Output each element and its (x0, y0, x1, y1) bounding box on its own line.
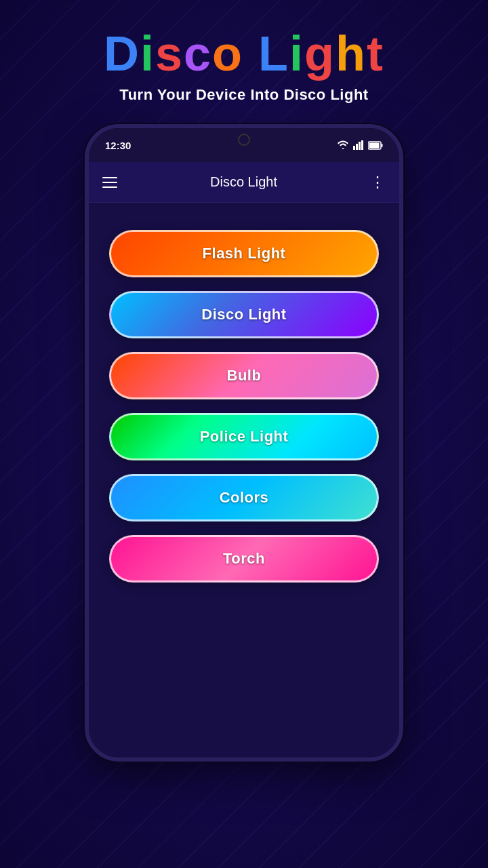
status-time: 12:30 (105, 140, 131, 151)
hamburger-line-3 (102, 186, 117, 188)
torch-label: Torch (223, 550, 265, 568)
svg-rect-5 (382, 144, 383, 147)
svg-rect-2 (359, 142, 361, 150)
app-bar-title: Disco Light (210, 174, 277, 190)
hamburger-menu-button[interactable] (102, 177, 117, 188)
app-subtitle: Turn Your Device Into Disco Light (104, 86, 384, 104)
status-icons (337, 140, 383, 150)
status-bar: 12:30 (89, 128, 399, 162)
flash-light-button[interactable]: Flash Light (109, 230, 379, 277)
svg-rect-3 (361, 140, 363, 150)
disco-light-label: Disco Light (201, 306, 286, 323)
page-header: Disco Light Turn Your Device Into Disco … (104, 0, 384, 117)
wifi-icon (337, 140, 349, 150)
colors-button[interactable]: Colors (109, 474, 379, 521)
torch-button[interactable]: Torch (109, 535, 379, 583)
bulb-button[interactable]: Bulb (109, 352, 379, 399)
hamburger-line-2 (102, 182, 117, 183)
police-light-label: Police Light (200, 428, 289, 446)
svg-rect-1 (356, 144, 358, 150)
svg-rect-0 (353, 146, 355, 150)
hamburger-line-1 (102, 177, 117, 178)
battery-icon (368, 141, 383, 150)
bulb-label: Bulb (227, 367, 262, 384)
app-bar: Disco Light ⋮ (89, 162, 399, 203)
flash-light-label: Flash Light (203, 245, 286, 262)
app-title-display: Disco Light (104, 27, 384, 81)
more-options-button[interactable]: ⋮ (370, 174, 386, 191)
colors-label: Colors (220, 489, 269, 507)
svg-rect-6 (369, 142, 380, 148)
phone-content: Flash Light Disco Light Bulb Police Ligh… (89, 203, 399, 757)
police-light-button[interactable]: Police Light (109, 413, 379, 460)
signal-icon (353, 140, 364, 150)
phone-frame: 12:30 (85, 124, 403, 762)
disco-light-button[interactable]: Disco Light (109, 291, 379, 338)
